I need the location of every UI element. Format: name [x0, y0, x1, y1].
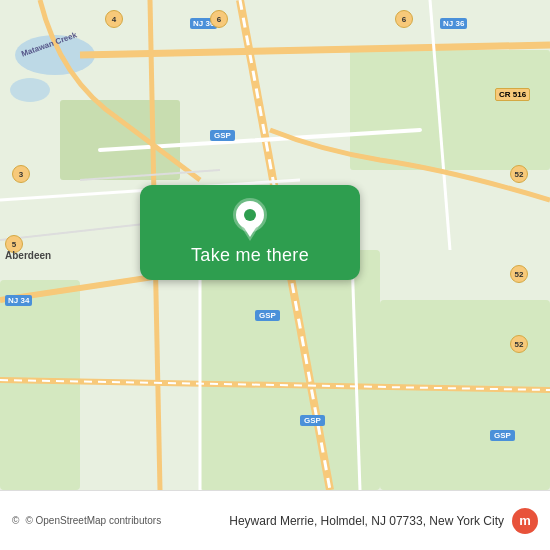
- route6-badge-right: 6: [395, 10, 413, 28]
- svg-rect-4: [380, 300, 550, 490]
- take-me-there-button[interactable]: Take me there: [140, 185, 360, 280]
- bottom-bar: © © OpenStreetMap contributors Heyward M…: [0, 490, 550, 550]
- nj36-badge-right: NJ 36: [440, 18, 467, 29]
- svg-point-25: [244, 209, 256, 221]
- location-pin-icon: [232, 197, 268, 244]
- moovit-icon: m: [512, 508, 538, 534]
- map-container: NJ 36 NJ 36 4 6 6 3 5 NJ 34 GSP GSP GSP …: [0, 0, 550, 490]
- moovit-logo: m: [512, 508, 538, 534]
- svg-rect-5: [0, 280, 80, 490]
- gsp-label-bot: GSP: [300, 415, 325, 426]
- bottom-left-section: © © OpenStreetMap contributors: [12, 515, 161, 526]
- gsp-label-mid: GSP: [255, 310, 280, 321]
- aberdeen-label: Aberdeen: [5, 250, 51, 261]
- osm-copyright: © OpenStreetMap contributors: [25, 515, 161, 526]
- svg-rect-7: [350, 50, 550, 170]
- route52-badge-mid: 52: [510, 265, 528, 283]
- copyright-icon: ©: [12, 515, 19, 526]
- cr516-badge: CR 516: [495, 88, 530, 101]
- gsp-label-right: GSP: [490, 430, 515, 441]
- route52-badge-bot: 52: [510, 335, 528, 353]
- route52-badge-top: 52: [510, 165, 528, 183]
- svg-rect-6: [60, 100, 180, 180]
- address-text: Heyward Merrie, Holmdel, NJ 07733, New Y…: [229, 514, 504, 528]
- svg-point-2: [10, 78, 50, 102]
- route4-badge: 4: [105, 10, 123, 28]
- take-me-there-label: Take me there: [191, 245, 309, 266]
- route3-badge: 3: [12, 165, 30, 183]
- gsp-label-top: GSP: [210, 130, 235, 141]
- address-section: Heyward Merrie, Holmdel, NJ 07733, New Y…: [229, 508, 538, 534]
- nj34-badge: NJ 34: [5, 295, 32, 306]
- route6-badge-left: 6: [210, 10, 228, 28]
